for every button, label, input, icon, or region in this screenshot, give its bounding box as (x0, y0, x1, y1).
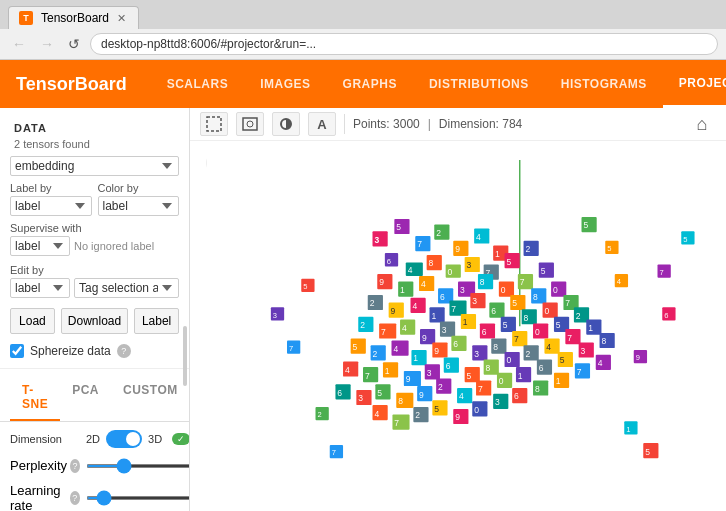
svg-text:2: 2 (370, 298, 375, 308)
canvas-area: A Points: 3000 | Dimension: 784 ⌂ ? (190, 108, 726, 511)
learning-rate-slider[interactable] (86, 496, 190, 500)
app-logo: TensorBoard (16, 74, 127, 95)
svg-text:2: 2 (317, 410, 321, 419)
tag-selection-select[interactable]: Tag selection as (74, 278, 179, 298)
edit-by-select[interactable]: label (10, 278, 70, 298)
browser-tab[interactable]: T TensorBoard ✕ (8, 6, 139, 29)
svg-text:5: 5 (645, 447, 650, 457)
learning-rate-row: Learning rate ? 10 (10, 483, 179, 511)
perplexity-help-icon[interactable]: ? (70, 459, 80, 473)
browser-toolbar: ← → ↺ desktop-np8ttd8:6006/#projector&ru… (0, 29, 726, 59)
svg-text:4: 4 (402, 323, 407, 333)
svg-text:7: 7 (577, 367, 582, 377)
forward-btn[interactable]: → (36, 34, 58, 54)
tab-pca[interactable]: PCA (60, 375, 111, 421)
tab-close-btn[interactable]: ✕ (117, 12, 126, 25)
screenshot-tool-btn[interactable] (236, 112, 264, 136)
learning-rate-label-group: Learning rate ? (10, 483, 80, 511)
svg-text:3: 3 (460, 285, 465, 295)
nav-projector[interactable]: PROJECTOR (663, 60, 726, 108)
sphereize-checkbox[interactable] (10, 344, 24, 358)
svg-text:4: 4 (412, 301, 417, 311)
svg-text:3: 3 (358, 393, 363, 403)
svg-text:4: 4 (421, 279, 426, 289)
svg-text:6: 6 (491, 306, 496, 316)
svg-text:6: 6 (453, 339, 458, 349)
sphereize-help-icon[interactable]: ? (117, 344, 131, 358)
color-by-label: Color by (98, 182, 180, 194)
svg-text:5: 5 (434, 404, 439, 414)
label-button[interactable]: Label (134, 308, 179, 334)
color-by-col: Color by label (98, 182, 180, 216)
svg-text:2: 2 (436, 228, 441, 238)
svg-text:3: 3 (467, 260, 472, 270)
svg-text:4: 4 (459, 391, 464, 401)
svg-text:6: 6 (387, 257, 391, 266)
nav-distributions[interactable]: DISTRIBUTIONS (413, 60, 545, 108)
dimension-row: Dimension 2D 3D ✓ (10, 430, 179, 448)
label-by-select[interactable]: label (10, 196, 92, 216)
svg-text:5: 5 (467, 371, 472, 381)
learning-rate-help-icon[interactable]: ? (70, 491, 80, 505)
night-tool-btn[interactable] (272, 112, 300, 136)
svg-text:8: 8 (524, 313, 529, 323)
svg-text:2: 2 (525, 349, 530, 359)
svg-text:9: 9 (419, 390, 424, 400)
nav-menu: SCALARS IMAGES GRAPHS DISTRIBUTIONS HIST… (151, 60, 726, 108)
toggle-slider (106, 430, 142, 448)
svg-text:4: 4 (393, 344, 398, 354)
tsne-controls: Dimension 2D 3D ✓ Perplexity ? (0, 422, 189, 511)
svg-text:5: 5 (560, 355, 565, 365)
sidebar: DATA 2 tensors found embedding Label by … (0, 108, 190, 511)
svg-text:7: 7 (332, 448, 336, 457)
download-button[interactable]: Download (61, 308, 128, 334)
load-button[interactable]: Load (10, 308, 55, 334)
dimension-toggle-switch[interactable] (106, 430, 142, 448)
svg-text:7: 7 (394, 418, 399, 428)
supervise-with-label: Supervise with (10, 222, 179, 234)
perplexity-label-group: Perplexity ? (10, 458, 80, 473)
sphereize-label: Sphereize data (30, 344, 111, 358)
label-color-row: Label by label Color by label (0, 180, 189, 218)
svg-text:0: 0 (474, 405, 479, 415)
supervise-group: Supervise with label No ignored label (0, 218, 189, 260)
svg-text:5: 5 (377, 388, 382, 398)
color-by-select[interactable]: label (98, 196, 180, 216)
svg-text:0: 0 (544, 306, 549, 316)
svg-text:2: 2 (373, 349, 378, 359)
svg-text:9: 9 (434, 346, 439, 356)
svg-text:1: 1 (495, 249, 500, 259)
viz-svg: 3 5 7 2 9 4 1 6 4 (190, 141, 726, 511)
nav-histograms[interactable]: HISTOGRAMS (545, 60, 663, 108)
tensor-select[interactable]: embedding (10, 156, 179, 176)
dim-2d-label: 2D (86, 433, 100, 445)
supervise-select[interactable]: label (10, 236, 70, 256)
svg-text:9: 9 (391, 306, 396, 316)
svg-text:7: 7 (289, 344, 293, 353)
nav-graphs[interactable]: GRAPHS (327, 60, 413, 108)
run-badge: ✓ (172, 433, 190, 445)
svg-text:9: 9 (379, 277, 384, 287)
back-btn[interactable]: ← (8, 34, 30, 54)
svg-text:5: 5 (607, 244, 611, 253)
svg-text:8: 8 (533, 292, 538, 302)
svg-text:8: 8 (398, 396, 403, 406)
select-tool-btn[interactable] (200, 112, 228, 136)
dim-3d-label: 3D (148, 433, 162, 445)
nav-images[interactable]: IMAGES (244, 60, 326, 108)
svg-text:0: 0 (535, 327, 540, 337)
svg-text:4: 4 (476, 232, 481, 242)
app-header: TensorBoard SCALARS IMAGES GRAPHS DISTRI… (0, 60, 726, 108)
nav-scalars[interactable]: SCALARS (151, 60, 245, 108)
svg-text:5: 5 (541, 266, 546, 276)
reload-btn[interactable]: ↺ (64, 34, 84, 54)
home-button[interactable]: ⌂ (688, 112, 716, 136)
svg-text:3: 3 (427, 368, 432, 378)
points-label: Points: 3000 (353, 117, 420, 131)
tab-tsne[interactable]: T-SNE (10, 375, 60, 421)
text-tool-btn[interactable]: A (308, 112, 336, 136)
svg-text:9: 9 (406, 374, 411, 384)
address-bar[interactable]: desktop-np8ttd8:6006/#projector&run=... (90, 33, 718, 55)
perplexity-slider[interactable] (86, 464, 190, 468)
tab-custom[interactable]: CUSTOM (111, 375, 190, 421)
